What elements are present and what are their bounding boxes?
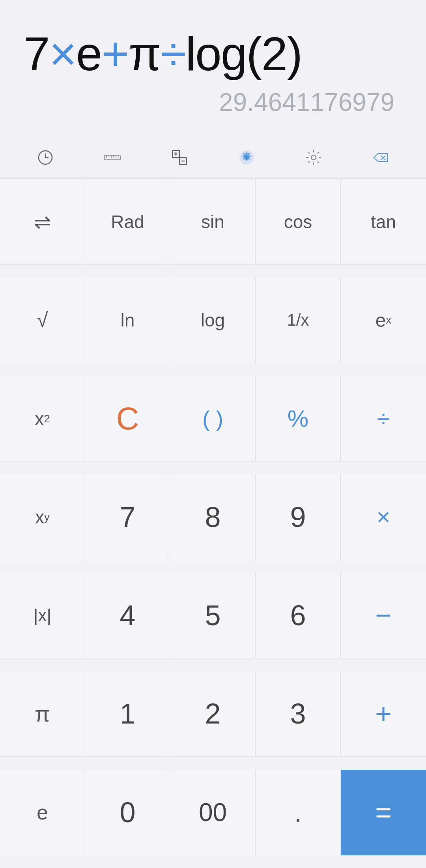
settings-icon[interactable] [300,144,327,171]
multiply-key[interactable]: × [341,474,426,560]
display-area: 7×e+π÷log(2) 29.4641176979 [0,0,426,137]
cos-key[interactable]: cos [256,179,341,265]
backspace-icon[interactable] [367,144,394,171]
clear-key[interactable]: C [85,376,170,462]
convert-key[interactable]: ⇌ [0,179,85,265]
four-key[interactable]: 4 [85,573,170,658]
divide-op: ÷ [160,27,185,80]
reciprocal-key[interactable]: 1/x [256,277,341,363]
tan-key[interactable]: tan [341,179,426,265]
divide-key[interactable]: ÷ [341,376,426,462]
seven-key[interactable]: 7 [85,474,170,560]
one-key[interactable]: 1 [85,671,170,757]
plus-op: + [102,27,129,80]
double-zero-key[interactable]: 00 [170,770,256,855]
euler-key[interactable]: e [0,770,85,855]
history-icon[interactable] [32,144,59,171]
result-display: 29.4641176979 [16,84,410,129]
svg-point-14 [244,155,249,160]
decimal-key[interactable]: . [256,770,341,855]
six-key[interactable]: 6 [256,573,341,658]
eight-key[interactable]: 8 [170,474,256,560]
expression-display: 7×e+π÷log(2) [16,16,410,84]
five-key[interactable]: 5 [170,573,256,658]
plusminus-icon[interactable] [166,144,193,171]
ruler-icon[interactable] [99,144,126,171]
multiply-op: × [49,27,76,80]
ln-key[interactable]: ln [85,277,170,363]
nine-key[interactable]: 9 [256,474,341,560]
equals-key[interactable]: = [341,770,426,855]
exp-key[interactable]: ex [341,277,426,363]
paren-key[interactable]: ( ) [170,376,256,462]
zero-key[interactable]: 0 [85,770,170,855]
log-key[interactable]: log [170,277,256,363]
power-key[interactable]: xy [0,474,85,560]
three-key[interactable]: 3 [256,671,341,757]
rad-key[interactable]: Rad [85,179,170,265]
abs-key[interactable]: |x| [0,573,85,658]
keyboard: ⇌ Rad sin cos tan √ ln log 1/x ex x2 C (… [0,179,426,868]
two-key[interactable]: 2 [170,671,256,757]
sqrt-key[interactable]: √ [0,277,85,363]
theme-icon[interactable] [233,144,260,171]
minus-key[interactable]: − [341,573,426,658]
percent-key[interactable]: % [256,376,341,462]
pi-key[interactable]: π [0,671,85,757]
sin-key[interactable]: sin [170,179,256,265]
square-key[interactable]: x2 [0,376,85,462]
plus-key[interactable]: + [341,671,426,757]
svg-point-15 [311,155,316,160]
toolbar [0,137,426,179]
